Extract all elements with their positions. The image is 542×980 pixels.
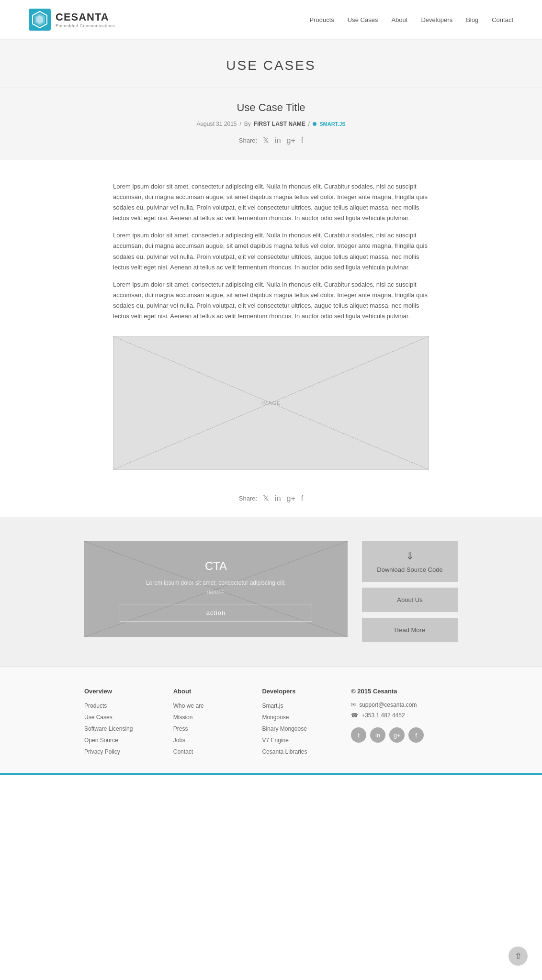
- footer-link-smartjs[interactable]: Smart.js: [262, 702, 283, 709]
- footer-link-jobs[interactable]: Jobs: [173, 737, 185, 744]
- page-title-banner: USE CASES: [0, 40, 542, 88]
- read-more-button[interactable]: Read More: [362, 618, 458, 642]
- download-icon: ⇓: [406, 550, 414, 562]
- cta-inner: CTA Lorem ipsum dolor sit amet, consecte…: [84, 541, 458, 642]
- phone-icon: ☎: [351, 712, 358, 719]
- social-linkedin[interactable]: in: [370, 727, 385, 743]
- tag-dot: [313, 122, 316, 126]
- cta-section: CTA Lorem ipsum dolor sit amet, consecte…: [0, 517, 542, 666]
- footer-link-binary-mongoose[interactable]: Binary Mongoose: [262, 725, 306, 732]
- footer-link-press[interactable]: Press: [173, 725, 188, 732]
- linkedin-share-bottom[interactable]: in: [275, 494, 281, 503]
- footer-link-open-source[interactable]: Open Source: [84, 737, 118, 744]
- article-date: August 31 2015: [196, 121, 237, 127]
- footer-col-contact: © 2015 Cesanta ✉ support@cesanta.com ☎ +…: [351, 688, 458, 759]
- meta-separator1: /: [239, 121, 241, 127]
- about-us-label: About Us: [397, 596, 422, 603]
- bottom-share-row: Share: 𝕏 in g+ f: [0, 494, 542, 503]
- footer-about-heading: About: [173, 688, 262, 695]
- site-header: CESANTA Embedded Communications Products…: [0, 0, 542, 40]
- footer-contact-heading: © 2015 Cesanta: [351, 688, 458, 695]
- social-google-plus[interactable]: g+: [389, 727, 405, 743]
- cta-title: CTA: [205, 559, 227, 573]
- cta-box: CTA Lorem ipsum dolor sit amet, consecte…: [84, 541, 348, 637]
- article-paragraph-2: Lorem ipsum dolor sit amet, consectetur …: [113, 230, 429, 272]
- social-facebook[interactable]: f: [408, 727, 424, 743]
- footer-social: t in g+ f: [351, 727, 458, 743]
- bottom-accent-bar: [0, 773, 542, 775]
- nav-products[interactable]: Products: [310, 16, 334, 23]
- article-tag: SMART.JS: [319, 121, 345, 127]
- nav-contact[interactable]: Contact: [492, 16, 513, 23]
- page-title: USE CASES: [0, 58, 542, 73]
- footer-overview-list: Products Use Cases Software Licensing Op…: [84, 702, 173, 755]
- meta-separator2: /: [308, 121, 310, 127]
- footer-link-v7-engine[interactable]: V7 Engine: [262, 737, 288, 744]
- google-share-bottom[interactable]: g+: [287, 494, 295, 503]
- footer-col-overview: Overview Products Use Cases Software Lic…: [84, 688, 173, 759]
- download-source-label: Download Source Code: [377, 566, 442, 573]
- footer-link-mission[interactable]: Mission: [173, 714, 193, 721]
- facebook-share-bottom[interactable]: f: [301, 494, 303, 503]
- logo-text-block: CESANTA Embedded Communications: [56, 11, 115, 28]
- footer-link-contact[interactable]: Contact: [173, 748, 193, 755]
- footer-developers-heading: Developers: [262, 688, 351, 695]
- cta-action-button[interactable]: action: [120, 604, 312, 622]
- share-label-bottom: Share:: [239, 495, 257, 502]
- footer-link-who-we-are[interactable]: Who we are: [173, 702, 204, 709]
- article-content: Lorem ipsum dolor sit amet, consectetur …: [84, 181, 458, 322]
- social-twitter[interactable]: t: [351, 727, 366, 743]
- footer-link-privacy-policy[interactable]: Privacy Policy: [84, 748, 120, 755]
- footer-link-use-cases[interactable]: Use Cases: [84, 714, 113, 721]
- footer-link-cesanta-libraries[interactable]: Cesanta Libraries: [262, 748, 307, 755]
- meta-by: By: [244, 121, 251, 127]
- footer-col-developers: Developers Smart.js Mongoose Binary Mong…: [262, 688, 351, 759]
- facebook-share-top[interactable]: f: [301, 136, 303, 145]
- article-author: FIRST LAST NAME: [254, 121, 305, 127]
- linkedin-share-top[interactable]: in: [275, 136, 281, 145]
- footer-developers-list: Smart.js Mongoose Binary Mongoose V7 Eng…: [262, 702, 351, 755]
- article-meta: August 31 2015 / By FIRST LAST NAME / SM…: [0, 121, 542, 127]
- logo[interactable]: CESANTA Embedded Communications: [29, 9, 115, 31]
- article-image: IMAGE: [113, 336, 429, 470]
- footer-link-software-licensing[interactable]: Software Licensing: [84, 725, 133, 732]
- google-share-top[interactable]: g+: [287, 136, 295, 145]
- article-paragraph-1: Lorem ipsum dolor sit amet, consectetur …: [113, 181, 429, 223]
- article-title: Use Case Title: [0, 101, 542, 114]
- cta-description: Lorem ipsum dolor sit amet, consectetur …: [146, 579, 286, 586]
- footer-link-mongoose[interactable]: Mongoose: [262, 714, 289, 721]
- bottom-share-section: Share: 𝕏 in g+ f: [0, 475, 542, 517]
- envelope-icon: ✉: [351, 702, 356, 708]
- logo-subtitle: Embedded Communications: [56, 23, 115, 28]
- image-label: IMAGE: [261, 400, 281, 406]
- nav-developers[interactable]: Developers: [421, 16, 452, 23]
- article-header: Use Case Title August 31 2015 / By FIRST…: [0, 88, 542, 160]
- logo-name: CESANTA: [56, 11, 115, 23]
- footer-overview-heading: Overview: [84, 688, 173, 695]
- read-more-label: Read More: [395, 626, 425, 634]
- cta-sidebar: ⇓ Download Source Code About Us Read Mor…: [362, 541, 458, 642]
- footer-about-list: Who we are Mission Press Jobs Contact: [173, 702, 262, 755]
- footer-link-products[interactable]: Products: [84, 702, 107, 709]
- nav-about[interactable]: About: [391, 16, 407, 23]
- footer-phone-number: +353 1 482 4452: [361, 712, 405, 719]
- footer-phone: ☎ +353 1 482 4452: [351, 712, 458, 719]
- nav-use-cases[interactable]: Use Cases: [348, 16, 378, 23]
- footer-inner: Overview Products Use Cases Software Lic…: [84, 688, 458, 759]
- logo-icon: [29, 9, 51, 31]
- main-nav: Products Use Cases About Developers Blog…: [310, 16, 513, 23]
- share-label-top: Share:: [239, 137, 257, 144]
- footer-col-about: About Who we are Mission Press Jobs Cont…: [173, 688, 262, 759]
- download-source-button[interactable]: ⇓ Download Source Code: [362, 541, 458, 582]
- twitter-share-top[interactable]: 𝕏: [263, 136, 269, 145]
- article-image-container: IMAGE: [84, 336, 458, 470]
- cta-image-label: IMAGE: [207, 590, 225, 595]
- footer-email-address: support@cesanta.com: [359, 702, 417, 708]
- nav-blog[interactable]: Blog: [466, 16, 478, 23]
- twitter-share-bottom[interactable]: 𝕏: [263, 494, 269, 503]
- about-us-button[interactable]: About Us: [362, 588, 458, 612]
- article-paragraph-3: Lorem ipsum dolor sit amet, consectetur …: [113, 279, 429, 322]
- footer-email: ✉ support@cesanta.com: [351, 702, 458, 708]
- site-footer: Overview Products Use Cases Software Lic…: [0, 666, 542, 773]
- top-share-row: Share: 𝕏 in g+ f: [0, 136, 542, 145]
